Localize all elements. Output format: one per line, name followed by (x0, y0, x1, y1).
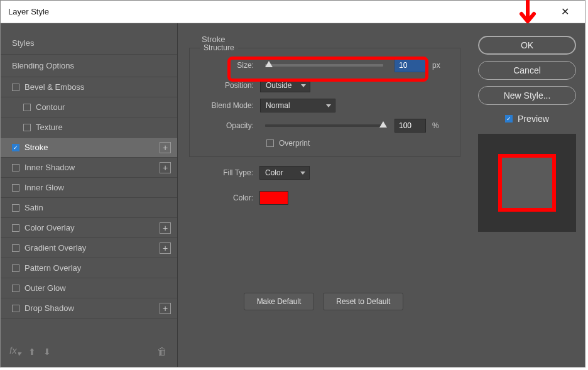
add-effect-icon[interactable]: + (160, 303, 171, 314)
filltype-row: Fill Type: Color (202, 166, 448, 180)
blendmode-select[interactable]: Normal (260, 99, 335, 112)
sidebar-list: Styles Blending Options Bevel & EmbossCo… (1, 36, 177, 339)
new-style-button[interactable]: New Style... (478, 86, 576, 105)
move-up-icon[interactable]: ⬆ (28, 347, 36, 357)
structure-fieldset: Structure Size: px Position: Outside Ble… (189, 48, 460, 157)
sidebar-item-drop-shadow[interactable]: Drop Shadow+ (1, 298, 177, 318)
opacity-unit: % (432, 121, 447, 130)
sidebar-item-color-overlay[interactable]: Color Overlay+ (1, 218, 177, 238)
right-panel: OK Cancel New Style... ✓ Preview (469, 23, 585, 367)
overprint-label: Overprint (279, 139, 310, 148)
cancel-button[interactable]: Cancel (478, 61, 576, 80)
effect-checkbox[interactable] (12, 244, 19, 252)
move-down-icon[interactable]: ⬇ (43, 347, 51, 357)
preview-toggle[interactable]: ✓ Preview (478, 114, 576, 124)
structure-legend: Structure (200, 43, 238, 52)
add-effect-icon[interactable]: + (160, 142, 171, 153)
position-value: Outside (266, 81, 291, 90)
sidebar-item-inner-shadow[interactable]: Inner Shadow+ (1, 158, 177, 178)
effect-checkbox[interactable] (12, 285, 19, 292)
effect-checkbox[interactable]: ✓ (12, 144, 19, 151)
effect-label: Pattern Overlay (24, 263, 81, 273)
default-buttons-row: Make Default Reset to Default (178, 293, 469, 310)
sidebar-item-bevel-emboss[interactable]: Bevel & Emboss (1, 77, 177, 97)
size-slider[interactable] (265, 64, 383, 67)
ok-button[interactable]: OK (478, 36, 576, 55)
preview-box (478, 134, 576, 232)
effect-checkbox[interactable] (12, 224, 19, 232)
size-input[interactable] (395, 58, 426, 72)
color-row: Color: (202, 191, 448, 205)
effect-label: Bevel & Emboss (24, 82, 84, 92)
settings-panel: Stroke Structure Size: px Position: Outs… (178, 23, 469, 367)
sidebar-item-inner-glow[interactable]: Inner Glow (1, 178, 177, 198)
effect-checkbox[interactable] (12, 184, 19, 192)
opacity-slider[interactable] (265, 124, 383, 127)
dialog-body: Styles Blending Options Bevel & EmbossCo… (1, 23, 585, 367)
effect-checkbox[interactable] (12, 84, 19, 91)
preview-checkbox[interactable]: ✓ (505, 115, 513, 122)
color-swatch[interactable] (259, 191, 288, 205)
layer-style-dialog: Layer Style ✕ Styles Blending Options Be… (0, 0, 585, 367)
add-effect-icon[interactable]: + (160, 242, 171, 254)
size-label: Size: (202, 61, 254, 70)
effect-checkbox[interactable] (12, 204, 19, 212)
position-label: Position: (202, 81, 254, 90)
sidebar-item-stroke[interactable]: ✓Stroke+ (1, 138, 177, 158)
filltype-label: Fill Type: (202, 168, 253, 177)
effect-label: Satin (24, 203, 43, 212)
reset-default-button[interactable]: Reset to Default (323, 293, 403, 310)
position-row: Position: Outside (202, 79, 447, 92)
effect-label: Inner Shadow (24, 163, 75, 172)
filltype-value: Color (265, 168, 283, 177)
preview-label: Preview (518, 114, 549, 124)
opacity-label: Opacity: (202, 121, 254, 130)
titlebar: Layer Style ✕ (1, 1, 585, 23)
effect-checkbox[interactable] (12, 305, 19, 312)
overprint-row[interactable]: Overprint (266, 139, 447, 148)
filltype-select[interactable]: Color (259, 166, 310, 180)
sidebar-item-contour[interactable]: Contour (1, 97, 177, 117)
effect-label: Color Overlay (24, 223, 74, 232)
position-select[interactable]: Outside (260, 79, 310, 92)
sidebar-styles-header[interactable]: Styles (1, 36, 177, 55)
trash-icon[interactable]: 🗑 (157, 346, 167, 357)
add-effect-icon[interactable]: + (160, 222, 171, 234)
opacity-input[interactable] (395, 119, 426, 133)
blendmode-row: Blend Mode: Normal (202, 99, 447, 112)
preview-swatch (498, 154, 556, 212)
opacity-row: Opacity: % (202, 119, 447, 133)
size-unit: px (432, 61, 447, 70)
effect-label: Contour (36, 102, 65, 112)
sidebar-blending-header[interactable]: Blending Options (1, 55, 177, 77)
sidebar-item-outer-glow[interactable]: Outer Glow (1, 278, 177, 298)
effect-checkbox[interactable] (12, 164, 19, 171)
sidebar-item-pattern-overlay[interactable]: Pattern Overlay (1, 258, 177, 278)
fx-icon[interactable]: fx▾ (9, 345, 21, 358)
effect-label: Inner Glow (24, 183, 64, 192)
effect-checkbox[interactable] (12, 264, 19, 272)
size-row: Size: px (202, 58, 447, 72)
blendmode-value: Normal (266, 101, 290, 110)
sidebar-item-texture[interactable]: Texture (1, 117, 177, 138)
sidebar-item-gradient-overlay[interactable]: Gradient Overlay+ (1, 238, 177, 258)
overprint-checkbox[interactable] (266, 139, 274, 147)
color-label: Color: (202, 193, 253, 202)
effect-label: Outer Glow (24, 283, 66, 293)
window-title: Layer Style (8, 7, 49, 16)
effect-checkbox[interactable] (23, 104, 31, 111)
effect-checkbox[interactable] (23, 124, 31, 131)
effect-label: Stroke (24, 143, 48, 152)
sidebar: Styles Blending Options Bevel & EmbossCo… (1, 23, 178, 367)
make-default-button[interactable]: Make Default (244, 293, 315, 310)
add-effect-icon[interactable]: + (160, 162, 171, 173)
effect-label: Drop Shadow (24, 303, 74, 313)
sidebar-item-satin[interactable]: Satin (1, 198, 177, 218)
sidebar-footer: fx▾ ⬆ ⬇ 🗑 (1, 339, 177, 367)
close-icon[interactable]: ✕ (552, 6, 577, 18)
blendmode-label: Blend Mode: (202, 101, 254, 110)
effect-label: Gradient Overlay (24, 243, 86, 253)
effect-label: Texture (36, 122, 63, 132)
fill-fieldset: Fill Type: Color Color: (189, 166, 460, 220)
